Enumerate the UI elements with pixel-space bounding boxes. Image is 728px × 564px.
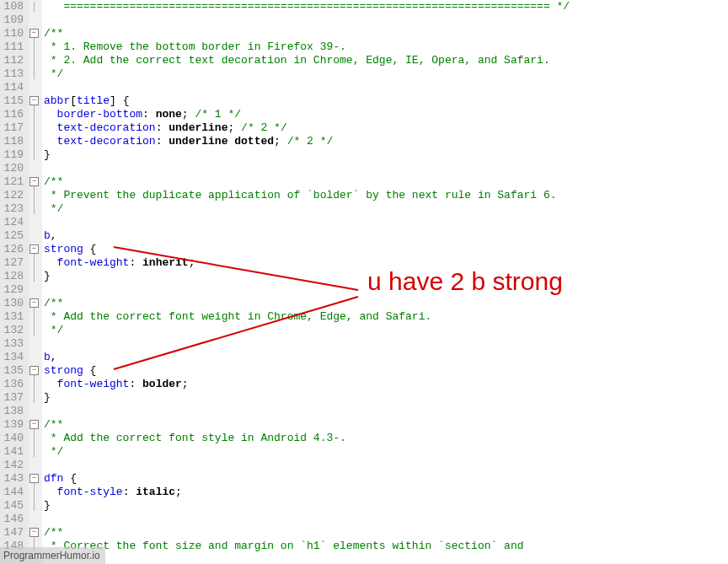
code-editor[interactable]: 1081091101111121131141151161171181191201… (0, 0, 728, 564)
code-line[interactable]: b, (44, 229, 728, 243)
fold-toggle[interactable]: − (29, 96, 39, 105)
code-line[interactable]: } (44, 499, 728, 513)
code-token: ========================================… (44, 0, 570, 13)
code-token: font-style (57, 486, 123, 498)
code-line[interactable]: text-decoration: underline dotted; /* 2 … (44, 135, 728, 148)
code-token: */ (44, 202, 63, 215)
code-line[interactable]: } (44, 391, 728, 405)
code-token: abbr (44, 94, 70, 107)
code-line[interactable]: strong { (44, 364, 728, 378)
code-token: title (77, 94, 110, 107)
code-token: inherit (142, 256, 189, 269)
line-number: 137 (3, 391, 24, 405)
code-line[interactable] (44, 337, 728, 351)
code-line[interactable] (44, 81, 728, 94)
code-line[interactable]: * Add the correct font style in Android … (44, 432, 728, 445)
code-token: { (83, 364, 97, 377)
code-token: */ (44, 324, 63, 336)
line-number: 116 (3, 108, 24, 121)
code-token: /* 1 */ (195, 108, 241, 121)
code-line[interactable]: /** (44, 297, 728, 310)
code-line[interactable] (44, 162, 728, 175)
line-number: 117 (3, 121, 24, 135)
line-number: 119 (3, 148, 24, 162)
code-line[interactable]: text-decoration: underline; /* 2 */ (44, 121, 728, 135)
code-line[interactable]: b, (44, 351, 728, 364)
code-line[interactable] (44, 459, 728, 472)
code-line[interactable]: dfn { (44, 472, 728, 486)
code-token: [ (70, 94, 77, 107)
code-line[interactable]: * Prevent the duplicate application of `… (44, 189, 728, 202)
fold-toggle[interactable]: − (29, 528, 39, 537)
code-line[interactable]: */ (44, 445, 728, 459)
line-number: 138 (3, 405, 24, 418)
line-number: 140 (3, 432, 24, 445)
code-line[interactable]: /** (44, 418, 728, 432)
code-line[interactable]: /** (44, 175, 728, 189)
code-line[interactable]: * 1. Remove the bottom border in Firefox… (44, 40, 728, 54)
code-line[interactable]: font-style: italic; (44, 486, 728, 499)
fold-toggle[interactable]: − (29, 474, 39, 483)
code-line[interactable]: } (44, 148, 728, 162)
code-line[interactable]: /** (44, 27, 728, 40)
fold-toggle[interactable]: − (29, 29, 39, 38)
code-token: /** (44, 297, 63, 309)
code-token: underline (169, 121, 228, 134)
line-number: 135 (3, 364, 24, 378)
code-line[interactable]: * Add the correct font weight in Chrome,… (44, 310, 728, 324)
line-number: 111 (3, 40, 24, 54)
code-token: } (44, 499, 51, 512)
line-number: 134 (3, 351, 24, 364)
code-token: b (44, 229, 51, 242)
line-number-gutter: 1081091101111121131141151161171181191201… (0, 0, 29, 564)
fold-toggle[interactable]: − (29, 420, 39, 429)
code-token: * Correct the font size and margin on `h… (44, 540, 524, 552)
line-number: 142 (3, 459, 24, 472)
fold-toggle[interactable]: − (29, 298, 39, 308)
code-line[interactable]: ========================================… (44, 0, 728, 13)
code-token (44, 121, 57, 134)
watermark: ProgrammerHumor.io (0, 547, 105, 564)
code-token: } (44, 270, 51, 282)
line-number: 125 (3, 229, 24, 243)
code-token: * Add the correct font weight in Chrome,… (44, 310, 431, 323)
line-number: 130 (3, 297, 24, 310)
code-token: , (51, 229, 57, 242)
code-token: /* 2 */ (241, 121, 287, 134)
code-line[interactable]: */ (44, 67, 728, 81)
code-line[interactable]: font-weight: bolder; (44, 378, 728, 391)
fold-column[interactable]: −−−−−−−−− (29, 0, 42, 564)
fold-toggle[interactable]: − (29, 244, 39, 254)
fold-guide (34, 2, 35, 12)
code-token: bolder (142, 378, 182, 390)
line-number: 126 (3, 243, 24, 256)
code-line[interactable]: abbr[title] { (44, 94, 728, 108)
line-number: 123 (3, 202, 24, 216)
code-line[interactable]: */ (44, 202, 728, 216)
line-number: 114 (3, 81, 24, 94)
code-line[interactable]: * Correct the font size and margin on `h… (44, 540, 728, 553)
code-line[interactable] (44, 405, 728, 418)
fold-toggle[interactable]: − (29, 366, 39, 375)
code-token: } (44, 391, 51, 404)
line-number: 132 (3, 324, 24, 337)
code-token: ; (175, 486, 182, 498)
code-token: text-decoration (57, 121, 156, 134)
code-token: strong (44, 243, 83, 255)
line-number: 131 (3, 310, 24, 324)
code-line[interactable] (44, 13, 728, 27)
code-token: */ (44, 445, 63, 458)
code-line[interactable]: strong { (44, 243, 728, 256)
line-number: 139 (3, 418, 24, 432)
code-line[interactable]: border-bottom: none; /* 1 */ (44, 108, 728, 121)
code-line[interactable] (44, 513, 728, 526)
code-line[interactable]: /** (44, 526, 728, 540)
line-number: 120 (3, 162, 24, 175)
code-token: strong (44, 364, 83, 377)
fold-toggle[interactable]: − (29, 177, 39, 186)
code-token: * 1. Remove the bottom border in Firefox… (44, 40, 346, 53)
code-line[interactable] (44, 216, 728, 229)
code-line[interactable]: * 2. Add the correct text decoration in … (44, 54, 728, 67)
code-line[interactable]: */ (44, 324, 728, 337)
code-token: /** (44, 27, 63, 40)
